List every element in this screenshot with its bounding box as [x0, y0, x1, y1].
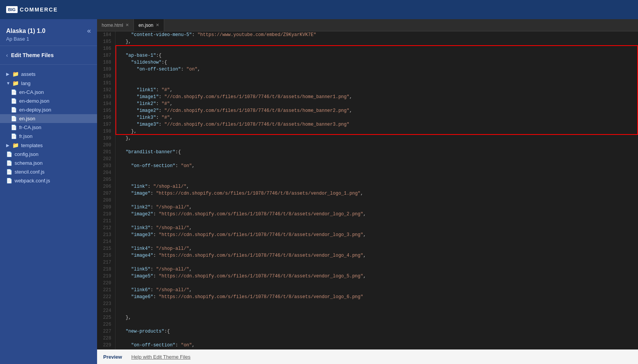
code-line: [120, 142, 638, 149]
line-num: 224: [101, 307, 111, 314]
file-icon: 📄: [6, 178, 12, 184]
sidebar-top: Alaska (1) 1.0 « Ap Base 1: [0, 19, 97, 46]
chevron-left-icon: ‹: [6, 52, 8, 58]
expand-icon: ▼: [6, 81, 10, 85]
code-line: "image": "https://cdn.shopify.com/s/file…: [120, 190, 638, 197]
code-line: [120, 307, 638, 314]
tree-label-schema: schema.json: [15, 160, 43, 166]
code-line: [120, 80, 638, 87]
line-num: 191: [101, 80, 111, 87]
line-num: 228: [101, 335, 111, 342]
code-editor[interactable]: 1841851861871881891901911921931941951961…: [97, 31, 638, 349]
tree-item-fr-json[interactable]: 📄 fr.json: [0, 132, 97, 141]
line-num: 199: [101, 135, 111, 142]
tree-item-en-json[interactable]: 📄 en.json: [0, 114, 97, 123]
code-content: 1841851861871881891901911921931941951961…: [97, 31, 638, 349]
code-line: "brandlist-banner":{: [120, 149, 638, 156]
line-num: 213: [101, 231, 111, 238]
expand-icon: ▶: [6, 72, 10, 77]
edit-theme-section[interactable]: ‹ Edit Theme Files: [0, 46, 97, 65]
tree-item-en-deploy[interactable]: 📄 en-deploy.json: [0, 105, 97, 114]
folder-icon: 📁: [12, 142, 19, 148]
tree-item-en-ca[interactable]: 📄 en-CA.json: [0, 88, 97, 97]
tree-item-lang[interactable]: ▼ 📁 lang: [0, 79, 97, 88]
code-line: "image1": "//cdn.shopify.com/s/files/1/1…: [120, 93, 638, 100]
tree-label-lang: lang: [21, 80, 31, 86]
tree-item-config[interactable]: 📄 config.json: [0, 150, 97, 159]
theme-subtitle: Ap Base 1: [6, 36, 91, 42]
code-line: [120, 280, 638, 287]
line-num: 204: [101, 169, 111, 176]
line-num: 229: [101, 342, 111, 349]
tree-item-schema[interactable]: 📄 schema.json: [0, 159, 97, 167]
tree-label-en-demo: en-demo.json: [19, 98, 49, 104]
file-icon: 📄: [11, 125, 17, 130]
tree-item-fr-ca[interactable]: 📄 fr-CA.json: [0, 123, 97, 132]
code-line: "image2": "//cdn.shopify.com/s/files/1/1…: [120, 107, 638, 114]
line-num: 197: [101, 121, 111, 128]
tree-item-assets[interactable]: ▶ 📁 assets: [0, 69, 97, 79]
tree-label-en-deploy: en-deploy.json: [19, 107, 51, 113]
code-lines[interactable]: "content-video-menu-5": "https://www.you…: [115, 31, 638, 349]
tab-label-home: home.html: [102, 23, 123, 28]
tab-home-html[interactable]: home.html ✕: [97, 19, 134, 31]
collapse-button[interactable]: «: [87, 27, 91, 35]
bottom-bar: Preview Help with Edit Theme Files: [97, 349, 638, 364]
tree-label-fr-ca: fr-CA.json: [19, 125, 41, 130]
logo: BIG COMMERCE: [6, 6, 58, 13]
app-header: BIG COMMERCE: [0, 0, 638, 19]
code-line: [120, 176, 638, 183]
help-link[interactable]: Help with Edit Theme Files: [131, 354, 190, 360]
file-icon: 📄: [11, 107, 17, 113]
code-line: "link2": "/shop-all/",: [120, 204, 638, 211]
code-line: "image3": "//cdn.shopify.com/s/files/1/1…: [120, 121, 638, 128]
file-icon: 📄: [11, 116, 17, 121]
tree-item-en-demo[interactable]: 📄 en-demo.json: [0, 97, 97, 105]
code-line: "link1": "#",: [120, 87, 638, 93]
file-icon: 📄: [11, 89, 17, 95]
code-line: "new": "today new",: [120, 349, 638, 349]
code-line: "link": "/shop-all/",: [120, 183, 638, 190]
theme-title-row: Alaska (1) 1.0 «: [6, 27, 91, 35]
edit-theme-label: Edit Theme Files: [11, 52, 54, 58]
line-num: 215: [101, 245, 111, 252]
line-num: 190: [101, 73, 111, 80]
preview-button[interactable]: Preview: [103, 354, 122, 360]
code-line: "image5": "https://cdn.shopify.com/s/fil…: [120, 273, 638, 280]
code-line: "content-video-menu-5": "https://www.you…: [120, 31, 638, 38]
line-num: 186: [101, 45, 111, 52]
expand-icon: ▶: [6, 143, 10, 148]
tree-label-fr-json: fr.json: [19, 133, 33, 139]
tab-close-en[interactable]: ✕: [156, 23, 159, 28]
theme-name: Alaska (1) 1.0: [6, 28, 45, 34]
code-line: "image3": "https://cdn.shopify.com/s/fil…: [120, 231, 638, 238]
tree-label-templates: templates: [21, 143, 43, 148]
code-line: [120, 197, 638, 204]
line-num: 188: [101, 59, 111, 66]
tab-label-en: en.json: [138, 23, 153, 28]
code-line: [120, 73, 638, 80]
line-num: 225: [101, 314, 111, 321]
tree-item-stencil[interactable]: 📄 stencil.conf.js: [0, 167, 97, 176]
file-icon: 📄: [11, 98, 17, 104]
code-line: [120, 300, 638, 307]
code-line: [120, 169, 638, 176]
code-line: [120, 335, 638, 342]
folder-icon: 📁: [12, 80, 19, 86]
tab-en-json[interactable]: en.json ✕: [134, 19, 164, 31]
code-line: "link3": "#",: [120, 114, 638, 121]
code-line: "link6": "/shop-all/",: [120, 287, 638, 293]
sidebar: Alaska (1) 1.0 « Ap Base 1 ‹ Edit Theme …: [0, 19, 97, 364]
code-line: "image2": "https://cdn.shopify.com/s/fil…: [120, 211, 638, 218]
line-num: 205: [101, 176, 111, 183]
code-line: "on-off-section": "on",: [120, 162, 638, 169]
line-num: 193: [101, 93, 111, 100]
tree-item-templates[interactable]: ▶ 📁 templates: [0, 141, 97, 150]
line-num: 206: [101, 183, 111, 190]
line-num: 207: [101, 190, 111, 197]
tab-close-home[interactable]: ✕: [125, 23, 129, 28]
code-line: "on-off-section": "on",: [120, 66, 638, 73]
line-num: 192: [101, 87, 111, 93]
tree-item-webpack[interactable]: 📄 webpack.conf.js: [0, 176, 97, 185]
file-icon: 📄: [6, 151, 12, 157]
